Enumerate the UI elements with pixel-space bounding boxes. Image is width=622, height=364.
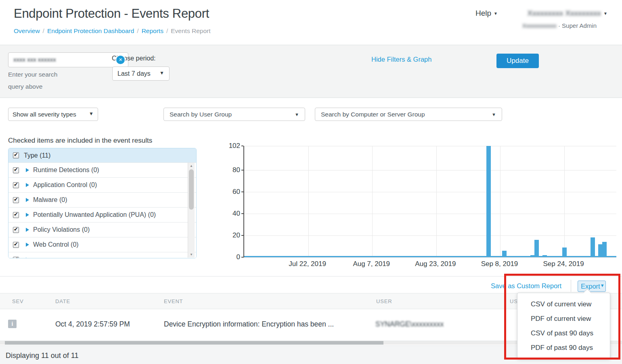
breadcrumb-item[interactable]: Endpoint Protection Dashboard	[47, 27, 134, 34]
breadcrumb-item: Events Report	[171, 27, 210, 34]
type-list-item-label: Potentially Unwanted Application (PUA) (…	[33, 211, 156, 218]
type-group-label: Type (11)	[24, 152, 50, 159]
user-subline: Xxxxxxxxxxx · Super Admin	[522, 22, 597, 29]
column-header-user: USER	[376, 298, 392, 304]
type-list-item[interactable]: Application Control (0)	[8, 177, 196, 192]
gridline	[244, 192, 616, 192]
y-axis-label: 60	[226, 188, 240, 196]
export-menu-item[interactable]: PDF of current view	[517, 312, 610, 326]
gridline	[564, 146, 565, 257]
update-button[interactable]: Update	[496, 54, 539, 68]
user-group-select[interactable]: Search by User Group ▼	[163, 108, 305, 121]
user-menu[interactable]: Xxxxxxxxx Xxxxxxxxx▼	[527, 9, 607, 18]
search-input[interactable]: xxxx xxx xxxxxx	[8, 52, 128, 67]
gridline	[244, 235, 616, 236]
event-type-checklist: Type (11) Runtime Detections (0)Applicat…	[8, 148, 197, 258]
list-scrollbar[interactable]: ▲ ▼	[188, 163, 195, 258]
chart-bar	[534, 240, 539, 257]
chevron-down-icon: ▼	[603, 11, 607, 16]
expand-arrow-icon[interactable]	[26, 213, 29, 217]
checkbox-checked-icon[interactable]	[13, 242, 19, 248]
checkbox-checked-icon[interactable]	[13, 182, 19, 188]
export-menu-item[interactable]: PDF of past 90 days	[517, 341, 610, 355]
breadcrumb-separator: /	[137, 27, 138, 34]
chevron-down-icon: ▼	[159, 70, 164, 76]
type-list-item[interactable]: Web Control (0)	[8, 237, 196, 252]
y-axis-label: 80	[226, 166, 240, 174]
search-value: xxxx xxx xxxxxx	[13, 56, 56, 63]
computer-group-select[interactable]: Search by Computer or Server Group ▼	[315, 108, 502, 121]
computer-group-placeholder: Search by Computer or Server Group	[321, 111, 425, 118]
type-list-item[interactable]: Malware (0)	[8, 192, 196, 207]
period-value: Last 7 days	[117, 70, 151, 77]
chart-bar	[486, 146, 491, 257]
period-select[interactable]: Last 7 days ▼	[112, 67, 170, 81]
chevron-down-icon: ▼	[494, 11, 498, 16]
checkbox-checked-icon[interactable]	[13, 197, 19, 203]
x-axis-label: Sep 24, 2019	[535, 260, 592, 268]
hide-filters-link[interactable]: Hide Filters & Graph	[371, 56, 431, 63]
column-header-event: EVENT	[164, 298, 183, 304]
x-axis-label: Aug 23, 2019	[407, 260, 464, 268]
expand-arrow-icon[interactable]	[26, 168, 29, 172]
x-axis-label: Jul 22, 2019	[279, 260, 336, 268]
help-label: Help	[475, 9, 491, 17]
export-button[interactable]: Export ▼	[578, 281, 606, 292]
scrollbar-thumb[interactable]	[5, 341, 383, 345]
scroll-up-icon[interactable]: ▲	[188, 163, 195, 169]
expand-arrow-icon[interactable]	[26, 228, 29, 232]
x-axis-label: Aug 7, 2019	[343, 260, 400, 268]
user-name: Xxxxxxxxx Xxxxxxxxx	[527, 9, 601, 17]
type-list-item[interactable]: Policy Violations (0)	[8, 222, 196, 237]
export-label: Export	[581, 283, 600, 290]
export-menu: CSV of current viewPDF of current viewCS…	[517, 293, 610, 359]
breadcrumb-separator: /	[43, 27, 44, 34]
type-list-item-label: Malware (0)	[33, 196, 67, 204]
chevron-down-icon: ▼	[89, 111, 94, 116]
export-menu-item[interactable]: CSV of current view	[517, 297, 610, 312]
save-custom-report-link[interactable]: Save as Custom Report	[491, 282, 561, 290]
type-list-item[interactable]: Runtime Detections (0)	[8, 162, 196, 177]
result-count-status: Displaying 11 out of 11	[6, 352, 78, 360]
type-list-item[interactable]	[8, 252, 196, 258]
type-list-item[interactable]: Potentially Unwanted Application (PUA) (…	[8, 207, 196, 222]
expand-arrow-icon[interactable]	[26, 198, 29, 202]
chevron-down-icon: ▼	[600, 283, 605, 288]
events-bar-chart: 020406080102 Jul 22, 2019Aug 7, 2019Aug …	[226, 141, 620, 270]
breadcrumb-item[interactable]: Overview	[14, 27, 40, 34]
gridline	[308, 146, 309, 257]
severity-select[interactable]: Show all severity types ▼	[8, 108, 98, 121]
checkbox-checked-icon[interactable]	[13, 257, 19, 259]
chevron-down-icon: ▼	[295, 112, 299, 117]
type-group-header[interactable]: Type (11)	[8, 148, 196, 162]
checkbox-checked-icon[interactable]	[13, 212, 19, 218]
expand-arrow-icon[interactable]	[26, 243, 29, 247]
checkbox-checked-icon[interactable]	[13, 152, 19, 158]
export-menu-item[interactable]: CSV of past 90 days	[517, 326, 610, 341]
help-menu[interactable]: Help▼	[475, 9, 498, 18]
baseline-bars	[244, 256, 616, 257]
clear-search-icon[interactable]: ✕	[116, 56, 125, 64]
user-role: Super Admin	[562, 22, 597, 29]
y-axis-label: 0	[226, 253, 240, 261]
checkbox-checked-icon[interactable]	[13, 167, 19, 173]
chart-bar	[562, 248, 567, 257]
column-header-date: DATE	[55, 298, 70, 304]
section-divider	[0, 276, 622, 277]
checklist-caption: Checked items are included in the event …	[8, 137, 152, 145]
chart-bar	[502, 251, 507, 257]
column-header-sev: SEV	[12, 298, 23, 304]
scrollbar-thumb[interactable]	[189, 169, 194, 210]
chevron-down-icon: ▼	[492, 112, 496, 117]
expand-arrow-icon[interactable]	[26, 183, 29, 187]
breadcrumb-item[interactable]: Reports	[142, 27, 163, 34]
breadcrumb-separator: /	[166, 27, 168, 34]
chart-bar	[542, 255, 547, 257]
checkbox-checked-icon[interactable]	[13, 227, 19, 233]
chart-y-axis: 020406080102	[226, 146, 243, 258]
info-severity-icon: i	[8, 320, 17, 328]
action-divider	[571, 280, 571, 292]
scroll-down-icon[interactable]: ▼	[188, 252, 195, 258]
column-header-user-truncated: US	[510, 298, 518, 304]
expand-arrow-icon[interactable]	[26, 258, 29, 258]
